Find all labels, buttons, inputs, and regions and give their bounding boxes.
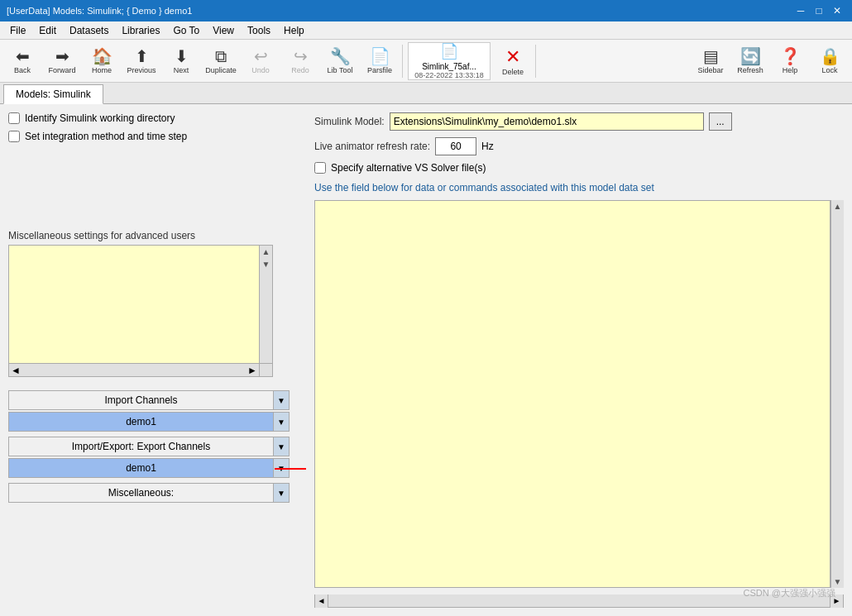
refresh-label: Refresh: [737, 66, 763, 74]
menu-libraries[interactable]: Libraries: [115, 23, 166, 38]
misc-textarea[interactable]: [9, 246, 259, 363]
data-scroll-left[interactable]: ◄: [315, 595, 328, 608]
field-hint: Use the field below for data or commands…: [314, 182, 844, 193]
back-label: Back: [14, 66, 31, 74]
refresh-button[interactable]: 🔄 Refresh: [731, 42, 769, 80]
redo-button[interactable]: ↪ Redo: [281, 42, 319, 80]
separator-2: [535, 45, 536, 78]
help-button[interactable]: ❓ Help: [771, 42, 809, 80]
import-channels-selected-value: demo1: [126, 416, 156, 427]
checkbox-row-1: Identify Simulink working directory: [8, 112, 298, 124]
sidebar-icon: ▤: [703, 48, 719, 64]
parsfile-button[interactable]: 📄 Parsfile: [361, 42, 399, 80]
import-channels-selected-arrow[interactable]: ▼: [273, 412, 290, 432]
menu-tools[interactable]: Tools: [241, 23, 277, 38]
file-date: 08-22-2022 13:33:18: [414, 71, 484, 79]
identify-wd-checkbox[interactable]: [8, 112, 20, 124]
refresh-rate-row: Live animator refresh rate: Hz: [314, 137, 844, 155]
undo-button[interactable]: ↩ Undo: [242, 42, 280, 80]
misc-scroll-down[interactable]: ▼: [260, 258, 272, 270]
minimize-button[interactable]: ─: [792, 3, 809, 18]
misc-scroll-horizontal[interactable]: ◄ ►: [9, 363, 259, 376]
misc-scroll-vertical[interactable]: ▲ ▼: [259, 246, 272, 363]
export-channels-arrow-btn[interactable]: ▼: [273, 437, 290, 456]
refresh-rate-input[interactable]: [435, 137, 476, 155]
import-channels-arrow-btn[interactable]: ▼: [273, 390, 290, 410]
export-channels-dropdown-row: Import/Export: Export Channels ▼: [8, 437, 290, 456]
toolbar: ⬅ Back ➡ Forward 🏠 Home ⬆ Previous ⬇ Nex…: [0, 40, 852, 83]
menu-goto[interactable]: Go To: [166, 23, 206, 38]
delete-label: Delete: [502, 68, 524, 76]
hz-label: Hz: [481, 141, 494, 152]
data-textarea[interactable]: [314, 200, 830, 588]
maximize-button[interactable]: □: [811, 3, 827, 18]
import-channels-dropdown-row: Import Channels ▼: [8, 390, 290, 410]
home-button[interactable]: 🏠 Home: [83, 42, 121, 80]
miscellaneous-label-btn[interactable]: Miscellaneous:: [8, 483, 273, 503]
right-panel: Simulink Model: ... Live animator refres…: [306, 104, 852, 616]
watermark: CSDN @大强强小强强: [744, 587, 835, 599]
data-scroll-down[interactable]: ▼: [831, 575, 844, 588]
data-scroll-up[interactable]: ▲: [831, 200, 844, 212]
solver-checkbox-row: Specify alternative VS Solver file(s): [314, 162, 844, 174]
checkbox-row-2: Set integration method and time step: [8, 131, 298, 142]
misc-scroll-right[interactable]: ►: [246, 365, 259, 376]
sidebar-button[interactable]: ▤ Sidebar: [692, 42, 730, 80]
red-arrow-indicator: [275, 463, 306, 475]
undo-icon: ↩: [254, 48, 268, 64]
title-bar-title: [UserData] Models: Simulink; { Demo } de…: [7, 6, 192, 16]
help-label: Help: [783, 66, 798, 74]
redo-label: Redo: [291, 66, 309, 74]
menu-datasets[interactable]: Datasets: [63, 23, 115, 38]
simulink-model-row: Simulink Model: ...: [314, 112, 844, 131]
simulink-model-input[interactable]: [390, 112, 704, 131]
import-channels-label: Import Channels: [104, 394, 177, 406]
menu-view[interactable]: View: [206, 23, 241, 38]
duplicate-button[interactable]: ⧉ Duplicate: [202, 42, 240, 80]
miscellaneous-arrow-btn[interactable]: ▼: [273, 483, 290, 503]
delete-icon: ✕: [505, 46, 520, 68]
left-panel: Identify Simulink working directory Set …: [0, 104, 306, 616]
export-channels-selected-value: demo1: [126, 462, 156, 474]
back-button[interactable]: ⬅ Back: [3, 42, 41, 80]
data-scroll-vertical[interactable]: ▲ ▼: [830, 200, 844, 588]
redo-icon: ↪: [294, 48, 308, 64]
misc-textarea-container: ▲ ▼ ◄ ►: [8, 245, 273, 377]
next-button[interactable]: ⬇ Next: [162, 42, 200, 80]
close-button[interactable]: ✕: [829, 3, 845, 18]
libtool-button[interactable]: 🔧 Lib Tool: [321, 42, 359, 80]
misc-section: Miscellaneous settings for advanced user…: [8, 230, 298, 377]
misc-scroll-corner: [259, 363, 272, 376]
menu-edit[interactable]: Edit: [32, 23, 63, 38]
lock-button[interactable]: 🔒 Lock: [811, 42, 849, 80]
export-channels-label-btn[interactable]: Import/Export: Export Channels: [8, 437, 273, 456]
import-channels-selected-btn[interactable]: demo1: [8, 412, 273, 432]
forward-button[interactable]: ➡ Forward: [43, 42, 81, 80]
misc-scroll-left[interactable]: ◄: [9, 365, 22, 376]
export-channels-selected-row: demo1 ▼: [8, 458, 290, 478]
misc-scroll-up[interactable]: ▲: [260, 246, 272, 258]
delete-button[interactable]: ✕ Delete: [494, 42, 532, 80]
browse-button[interactable]: ...: [709, 112, 732, 131]
forward-label: Forward: [48, 66, 75, 74]
title-bar: [UserData] Models: Simulink; { Demo } de…: [0, 0, 852, 21]
export-channels-selected-btn[interactable]: demo1: [8, 458, 273, 478]
data-textarea-container: ▲ ▼: [314, 200, 844, 588]
import-channels-selected-row: demo1 ▼: [8, 412, 290, 432]
miscellaneous-dropdown-row: Miscellaneous: ▼: [8, 483, 290, 503]
duplicate-label: Duplicate: [205, 66, 237, 74]
menu-file[interactable]: File: [3, 23, 32, 38]
file-name: Simlink_75af...: [422, 62, 476, 71]
back-icon: ⬅: [16, 48, 30, 64]
tab-models-simulink[interactable]: Models: Simulink: [3, 84, 103, 104]
undo-label: Undo: [251, 66, 270, 74]
solver-checkbox[interactable]: [314, 162, 326, 174]
next-label: Next: [174, 66, 189, 74]
set-integration-checkbox[interactable]: [8, 131, 20, 142]
previous-button[interactable]: ⬆ Previous: [122, 42, 160, 80]
simulink-model-label: Simulink Model:: [314, 116, 385, 127]
import-channels-label-btn[interactable]: Import Channels: [8, 390, 273, 410]
duplicate-icon: ⧉: [215, 48, 227, 64]
menu-help[interactable]: Help: [277, 23, 311, 38]
sidebar-label: Sidebar: [697, 66, 723, 74]
